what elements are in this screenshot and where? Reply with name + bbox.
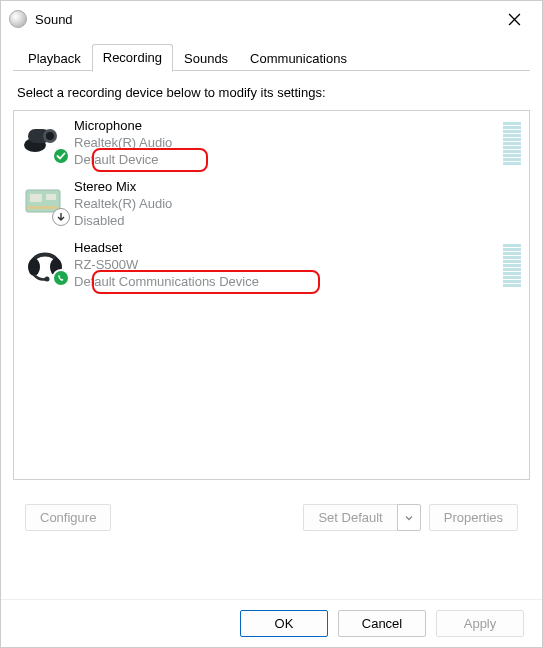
device-list[interactable]: Microphone Realtek(R) Audio Default Devi… [13, 110, 530, 480]
device-name: Headset [74, 239, 497, 256]
cancel-button[interactable]: Cancel [338, 610, 426, 637]
device-item[interactable]: Microphone Realtek(R) Audio Default Devi… [14, 111, 529, 172]
sound-dialog: Sound Playback Recording Sounds Communic… [0, 0, 543, 648]
device-info: Microphone Realtek(R) Audio Default Devi… [74, 117, 497, 168]
device-sub: RZ-S500W [74, 256, 497, 273]
level-meter [503, 117, 521, 165]
device-buttons: Configure Set Default Properties [25, 504, 518, 531]
device-sub: Realtek(R) Audio [74, 134, 497, 151]
svg-rect-7 [28, 206, 58, 209]
tab-communications[interactable]: Communications [239, 45, 358, 72]
titlebar: Sound [1, 1, 542, 37]
microphone-icon [22, 117, 68, 163]
instruction-text: Select a recording device below to modif… [17, 85, 526, 100]
phone-badge-icon [52, 269, 70, 287]
configure-button[interactable]: Configure [25, 504, 111, 531]
svg-point-3 [46, 132, 54, 140]
chevron-down-icon [404, 513, 414, 523]
tab-playback[interactable]: Playback [17, 45, 92, 72]
speaker-icon [9, 10, 27, 28]
device-item[interactable]: Stereo Mix Realtek(R) Audio Disabled [14, 172, 529, 233]
apply-button[interactable]: Apply [436, 610, 524, 637]
set-default-button[interactable]: Set Default [303, 504, 396, 531]
headset-icon [22, 239, 68, 285]
svg-rect-5 [30, 194, 42, 202]
level-meter [503, 239, 521, 287]
device-status: Default Device [74, 151, 497, 168]
svg-point-10 [45, 277, 50, 282]
device-item[interactable]: Headset RZ-S500W Default Communications … [14, 233, 529, 294]
checkmark-badge-icon [52, 147, 70, 165]
device-name: Stereo Mix [74, 178, 521, 195]
device-info: Headset RZ-S500W Default Communications … [74, 239, 497, 290]
device-name: Microphone [74, 117, 497, 134]
down-arrow-badge-icon [52, 208, 70, 226]
dialog-body: Playback Recording Sounds Communications… [13, 41, 530, 591]
device-status: Disabled [74, 212, 521, 229]
svg-point-8 [28, 258, 40, 276]
sound-card-icon [22, 178, 68, 224]
tab-strip: Playback Recording Sounds Communications [13, 41, 530, 71]
ok-button[interactable]: OK [240, 610, 328, 637]
dialog-footer: OK Cancel Apply [1, 599, 542, 647]
close-button[interactable] [494, 5, 534, 33]
svg-rect-6 [46, 194, 56, 200]
window-title: Sound [35, 12, 494, 27]
properties-button[interactable]: Properties [429, 504, 518, 531]
device-info: Stereo Mix Realtek(R) Audio Disabled [74, 178, 521, 229]
device-sub: Realtek(R) Audio [74, 195, 521, 212]
tab-sounds[interactable]: Sounds [173, 45, 239, 72]
tab-recording[interactable]: Recording [92, 44, 173, 72]
close-icon [508, 13, 521, 26]
device-status: Default Communications Device [74, 273, 497, 290]
set-default-split: Set Default [303, 504, 420, 531]
set-default-dropdown[interactable] [397, 504, 421, 531]
